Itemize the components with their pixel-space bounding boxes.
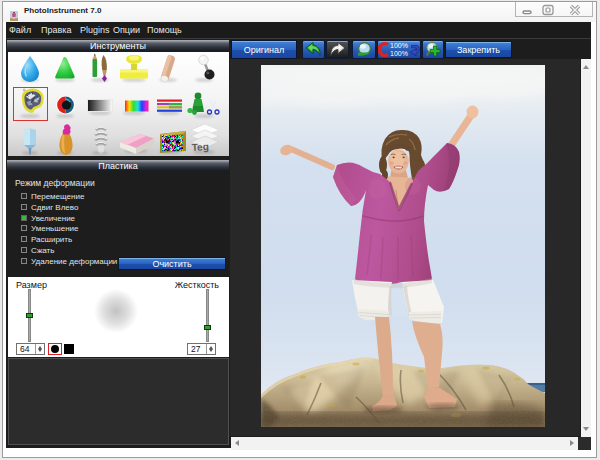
svg-text:100%: 100%	[390, 42, 408, 49]
svg-text:100%: 100%	[390, 50, 408, 57]
svg-text:Teg: Teg	[191, 141, 209, 153]
